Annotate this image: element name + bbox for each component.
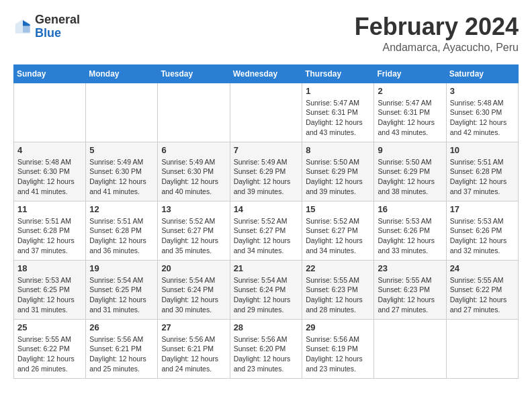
day-number: 18 (17, 263, 82, 273)
page-header: General Blue February 2024 Andamarca, Ay… (13, 13, 519, 54)
day-info: Sunrise: 5:55 AM Sunset: 6:23 PM Dayligh… (378, 275, 442, 315)
day-info: Sunrise: 5:56 AM Sunset: 6:19 PM Dayligh… (306, 334, 370, 374)
calendar-cell (374, 319, 446, 378)
day-info: Sunrise: 5:48 AM Sunset: 6:30 PM Dayligh… (450, 98, 515, 138)
day-info: Sunrise: 5:49 AM Sunset: 6:30 PM Dayligh… (89, 157, 154, 197)
calendar-cell (158, 83, 230, 142)
day-number: 7 (234, 145, 299, 155)
day-of-week-header: Sunday (14, 64, 86, 83)
day-of-week-header: Saturday (446, 64, 518, 83)
calendar-cell: 1Sunrise: 5:47 AM Sunset: 6:31 PM Daylig… (302, 83, 374, 142)
day-number: 28 (234, 322, 299, 332)
day-number: 29 (306, 322, 370, 332)
day-info: Sunrise: 5:55 AM Sunset: 6:22 PM Dayligh… (17, 334, 82, 374)
calendar-cell: 20Sunrise: 5:54 AM Sunset: 6:24 PM Dayli… (158, 260, 230, 319)
day-number: 13 (161, 204, 226, 214)
calendar-cell: 14Sunrise: 5:52 AM Sunset: 6:27 PM Dayli… (230, 201, 302, 260)
day-info: Sunrise: 5:53 AM Sunset: 6:25 PM Dayligh… (17, 275, 82, 315)
calendar-cell: 8Sunrise: 5:50 AM Sunset: 6:29 PM Daylig… (302, 142, 374, 201)
day-info: Sunrise: 5:52 AM Sunset: 6:27 PM Dayligh… (306, 216, 370, 256)
calendar-cell: 6Sunrise: 5:49 AM Sunset: 6:30 PM Daylig… (158, 142, 230, 201)
day-number: 3 (450, 86, 515, 96)
day-number: 27 (161, 322, 226, 332)
calendar-cell: 22Sunrise: 5:55 AM Sunset: 6:23 PM Dayli… (302, 260, 374, 319)
day-number: 8 (306, 145, 370, 155)
calendar-cell: 29Sunrise: 5:56 AM Sunset: 6:19 PM Dayli… (302, 319, 374, 378)
calendar-cell: 12Sunrise: 5:51 AM Sunset: 6:28 PM Dayli… (86, 201, 158, 260)
calendar-cell: 13Sunrise: 5:52 AM Sunset: 6:27 PM Dayli… (158, 201, 230, 260)
day-number: 22 (306, 263, 370, 273)
day-info: Sunrise: 5:54 AM Sunset: 6:25 PM Dayligh… (89, 275, 154, 315)
calendar-cell: 19Sunrise: 5:54 AM Sunset: 6:25 PM Dayli… (86, 260, 158, 319)
day-info: Sunrise: 5:52 AM Sunset: 6:27 PM Dayligh… (161, 216, 226, 256)
day-number: 9 (378, 145, 442, 155)
day-info: Sunrise: 5:47 AM Sunset: 6:31 PM Dayligh… (306, 98, 370, 138)
day-number: 26 (89, 322, 154, 332)
day-info: Sunrise: 5:49 AM Sunset: 6:30 PM Dayligh… (161, 157, 226, 197)
calendar-cell (230, 83, 302, 142)
day-number: 10 (450, 145, 515, 155)
day-of-week-header: Friday (374, 64, 446, 83)
title-block: February 2024 Andamarca, Ayacucho, Peru (355, 13, 519, 54)
calendar-cell: 5Sunrise: 5:49 AM Sunset: 6:30 PM Daylig… (86, 142, 158, 201)
calendar-cell: 27Sunrise: 5:56 AM Sunset: 6:21 PM Dayli… (158, 319, 230, 378)
calendar-cell: 3Sunrise: 5:48 AM Sunset: 6:30 PM Daylig… (446, 83, 518, 142)
calendar-cell: 16Sunrise: 5:53 AM Sunset: 6:26 PM Dayli… (374, 201, 446, 260)
day-info: Sunrise: 5:48 AM Sunset: 6:30 PM Dayligh… (17, 157, 82, 197)
calendar-cell: 11Sunrise: 5:51 AM Sunset: 6:28 PM Dayli… (14, 201, 86, 260)
calendar-cell: 21Sunrise: 5:54 AM Sunset: 6:24 PM Dayli… (230, 260, 302, 319)
day-info: Sunrise: 5:54 AM Sunset: 6:24 PM Dayligh… (161, 275, 226, 315)
day-info: Sunrise: 5:50 AM Sunset: 6:29 PM Dayligh… (306, 157, 370, 197)
day-number: 17 (450, 204, 515, 214)
day-info: Sunrise: 5:56 AM Sunset: 6:21 PM Dayligh… (89, 334, 154, 374)
calendar-cell: 26Sunrise: 5:56 AM Sunset: 6:21 PM Dayli… (86, 319, 158, 378)
day-info: Sunrise: 5:56 AM Sunset: 6:20 PM Dayligh… (234, 334, 299, 374)
calendar-week-row: 4Sunrise: 5:48 AM Sunset: 6:30 PM Daylig… (14, 142, 519, 201)
day-info: Sunrise: 5:53 AM Sunset: 6:26 PM Dayligh… (378, 216, 442, 256)
calendar-cell: 25Sunrise: 5:55 AM Sunset: 6:22 PM Dayli… (14, 319, 86, 378)
calendar-cell: 2Sunrise: 5:47 AM Sunset: 6:31 PM Daylig… (374, 83, 446, 142)
day-of-week-header: Wednesday (230, 64, 302, 83)
day-info: Sunrise: 5:50 AM Sunset: 6:29 PM Dayligh… (378, 157, 442, 197)
day-info: Sunrise: 5:53 AM Sunset: 6:26 PM Dayligh… (450, 216, 515, 256)
day-number: 12 (89, 204, 154, 214)
day-info: Sunrise: 5:51 AM Sunset: 6:28 PM Dayligh… (450, 157, 515, 197)
day-number: 24 (450, 263, 515, 273)
location-subtitle: Andamarca, Ayacucho, Peru (355, 42, 519, 54)
calendar-week-row: 1Sunrise: 5:47 AM Sunset: 6:31 PM Daylig… (14, 83, 519, 142)
calendar-cell (446, 319, 518, 378)
day-of-week-header: Tuesday (158, 64, 230, 83)
calendar-cell: 4Sunrise: 5:48 AM Sunset: 6:30 PM Daylig… (14, 142, 86, 201)
calendar-cell (14, 83, 86, 142)
calendar-week-row: 25Sunrise: 5:55 AM Sunset: 6:22 PM Dayli… (14, 319, 519, 378)
day-number: 19 (89, 263, 154, 273)
calendar-cell: 24Sunrise: 5:55 AM Sunset: 6:22 PM Dayli… (446, 260, 518, 319)
calendar-week-row: 11Sunrise: 5:51 AM Sunset: 6:28 PM Dayli… (14, 201, 519, 260)
day-info: Sunrise: 5:52 AM Sunset: 6:27 PM Dayligh… (234, 216, 299, 256)
logo-blue-text: Blue (35, 26, 61, 40)
day-number: 14 (234, 204, 299, 214)
calendar-week-row: 18Sunrise: 5:53 AM Sunset: 6:25 PM Dayli… (14, 260, 519, 319)
month-title: February 2024 (355, 13, 519, 40)
calendar-cell (86, 83, 158, 142)
calendar-cell: 7Sunrise: 5:49 AM Sunset: 6:29 PM Daylig… (230, 142, 302, 201)
day-number: 25 (17, 322, 82, 332)
calendar-cell: 10Sunrise: 5:51 AM Sunset: 6:28 PM Dayli… (446, 142, 518, 201)
logo-general-text: General (35, 13, 80, 26)
day-number: 1 (306, 86, 370, 96)
day-number: 6 (161, 145, 226, 155)
day-of-week-header: Monday (86, 64, 158, 83)
day-info: Sunrise: 5:56 AM Sunset: 6:21 PM Dayligh… (161, 334, 226, 374)
day-number: 11 (17, 204, 82, 214)
calendar-header-row: SundayMondayTuesdayWednesdayThursdayFrid… (14, 64, 519, 83)
day-info: Sunrise: 5:51 AM Sunset: 6:28 PM Dayligh… (89, 216, 154, 256)
day-number: 5 (89, 145, 154, 155)
day-info: Sunrise: 5:47 AM Sunset: 6:31 PM Dayligh… (378, 98, 442, 138)
day-number: 16 (378, 204, 442, 214)
calendar-cell: 9Sunrise: 5:50 AM Sunset: 6:29 PM Daylig… (374, 142, 446, 201)
day-info: Sunrise: 5:55 AM Sunset: 6:22 PM Dayligh… (450, 275, 515, 315)
day-info: Sunrise: 5:55 AM Sunset: 6:23 PM Dayligh… (306, 275, 370, 315)
day-number: 4 (17, 145, 82, 155)
calendar-cell: 28Sunrise: 5:56 AM Sunset: 6:20 PM Dayli… (230, 319, 302, 378)
calendar-cell: 18Sunrise: 5:53 AM Sunset: 6:25 PM Dayli… (14, 260, 86, 319)
